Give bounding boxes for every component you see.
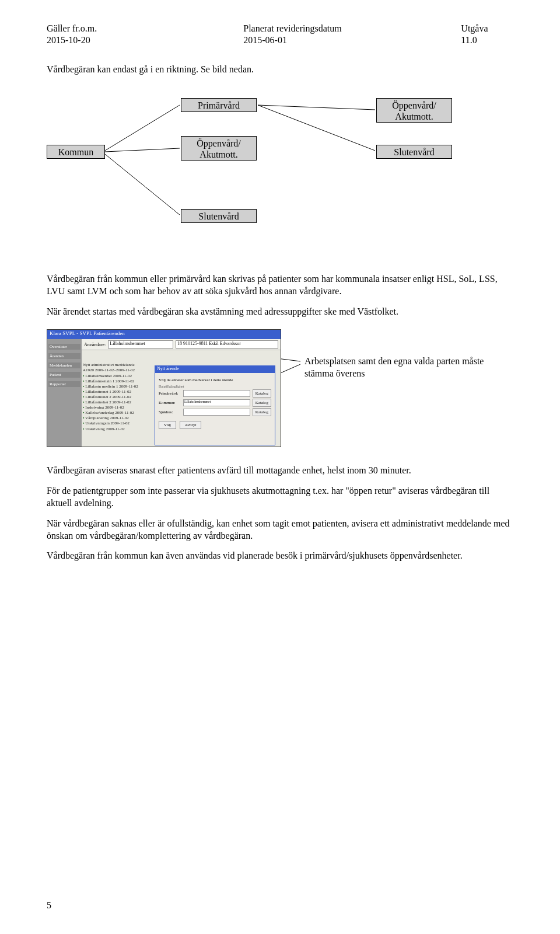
svg-line-2 — [105, 154, 180, 215]
tree-item[interactable]: ▪ Lillafasttrenét 2 2009-11-02 — [83, 395, 153, 400]
intro-text: Vårdbegäran kan endast gå i en riktning.… — [47, 64, 513, 75]
diagram-box-oppenvard-left: Öppenvård/ Akutmott. — [181, 136, 257, 161]
tree-item[interactable]: ▪ Kallelse/underlag 2009-11-02 — [83, 410, 153, 416]
tree-item[interactable]: ▪ Lillafastmottain 1 2009-11-02 — [83, 379, 153, 384]
flow-diagram: Kommun Primärvård Öppenvård/ Akutmott. S… — [47, 92, 513, 256]
header-label-1: Gäller fr.o.m. — [47, 23, 162, 34]
paragraph-3: Vårdbegäran aviseras snarast efter patie… — [47, 465, 513, 477]
field-kommun[interactable]: Lillaholmshemmet — [183, 399, 250, 406]
katalog-button[interactable]: Katalog — [253, 408, 271, 416]
label-kommun: Kommun: — [159, 400, 181, 405]
tree-action[interactable]: Nytt administrativt meddelande — [83, 363, 153, 368]
sidebar-item[interactable]: Ärenden — [48, 353, 80, 359]
field-primarvard[interactable] — [183, 390, 250, 397]
diagram-box-slutenvard-left: Slutenvård — [181, 209, 257, 223]
app-sidebar: Översikter Ärenden Meddelanden Patient R… — [47, 339, 82, 447]
sidebar-item[interactable]: Patient — [48, 372, 80, 378]
paragraph-1: Vårdbegäran från kommun eller primärvård… — [47, 273, 513, 298]
svg-line-0 — [105, 105, 180, 151]
sidebar-item[interactable]: Översikter — [48, 344, 80, 350]
paragraph-6: Vårdbegäran från kommun kan även använda… — [47, 550, 513, 562]
header-value-3: 11.0 — [461, 35, 513, 46]
diagram-box-oppenvard-right: Öppenvård/ Akutmott. — [376, 98, 452, 123]
svg-line-1 — [105, 148, 180, 152]
tree-root[interactable]: A1920 2009-11-02–2009-11-02 — [83, 368, 153, 373]
tree-item[interactable]: ▪ Lillafastn medicin 1 2009-11-02 — [83, 384, 153, 389]
sidebar-item[interactable]: Rapporter — [48, 381, 80, 387]
header-value-2: 2015-06-01 — [243, 35, 379, 46]
diagram-box-kommun: Kommun — [47, 145, 105, 159]
tree-item[interactable]: ▪ Inskrivning 2009-11-02 — [83, 405, 153, 410]
katalog-button[interactable]: Katalog — [253, 399, 271, 407]
dialog-subhead: Datatillgänglighet — [159, 385, 271, 388]
sidebar-item[interactable]: Meddelanden — [48, 363, 80, 368]
tree-item[interactable]: ▪ Utskrivning 2009-11-02 — [83, 427, 153, 432]
dialog-title: Nytt ärende — [155, 366, 275, 373]
label-sjukhus: Sjukhus: — [159, 410, 181, 414]
new-case-dialog: Nytt ärende Välj de enheter som medverka… — [155, 365, 275, 445]
header-value-1: 2015-10-20 — [47, 35, 162, 46]
diagram-box-primarvard: Primärvård — [181, 98, 257, 112]
tree-item[interactable]: ▪ Utskrivningsm 2009-11-02 — [83, 421, 153, 426]
dialog-prompt: Välj de enheter som medverkar i detta är… — [159, 378, 271, 382]
field-arbetsplats[interactable]: Lillaholmshemmet — [108, 340, 173, 348]
case-tree: Nytt administrativt meddelande A1920 200… — [83, 363, 153, 431]
svg-line-4 — [258, 105, 375, 151]
paragraph-2: När ärendet startas med vårdbegäran ska … — [47, 306, 513, 318]
tree-item[interactable]: ▪ Lillafasttrenet 1 2009-11-02 — [83, 389, 153, 395]
tree-item[interactable]: ▪ Lillaholmsenhet 2009-11-02 — [83, 374, 153, 379]
paragraph-4: För de patientgrupper som inte passerar … — [47, 485, 513, 510]
header-label-3: Utgåva — [461, 23, 513, 34]
katalog-button[interactable]: Katalog — [253, 389, 271, 398]
label-anvandare: Användare: — [84, 342, 106, 347]
valj-button[interactable]: Välj — [159, 421, 176, 429]
tree-item[interactable]: ▪ Vårdplanering 2009-11-02 — [83, 416, 153, 421]
callout-text: Arbetsplatsen samt den egna valda parten… — [304, 356, 491, 380]
screenshot-figure: Klara SVPL - SVPL Patientärenden Översik… — [47, 329, 513, 447]
field-patient[interactable]: 18 910125-9811 Eskil Edvardssor — [176, 340, 278, 348]
page-number: 5 — [47, 900, 51, 911]
diagram-box-slutenvard-right: Slutenvård — [376, 145, 452, 159]
app-screenshot: Klara SVPL - SVPL Patientärenden Översik… — [47, 329, 281, 447]
svg-line-3 — [258, 105, 375, 110]
tree-item[interactable]: ▪ Lillafasttrehet 2 2009-11-02 — [83, 400, 153, 405]
avbryt-button[interactable]: Avbryt — [180, 421, 201, 429]
field-sjukhus[interactable] — [183, 409, 250, 416]
header-label-2: Planerat revideringsdatum — [243, 23, 379, 34]
label-primarvard: Primärvård: — [159, 391, 181, 396]
paragraph-5: När vårdbegäran saknas eller är ofullstä… — [47, 518, 513, 542]
